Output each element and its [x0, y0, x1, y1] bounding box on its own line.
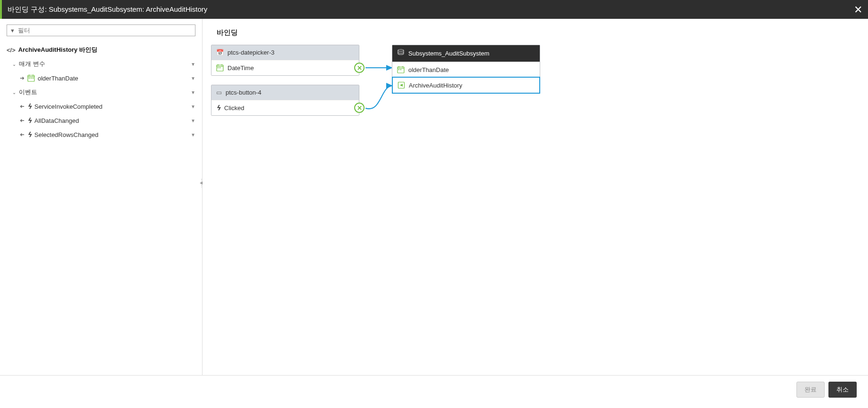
block-row-label: Clicked — [224, 104, 244, 112]
tree-item-label: AllDataChanged — [34, 117, 188, 124]
bolt-icon: ϟ — [27, 103, 32, 110]
tree-section-params[interactable]: ⌄ 매개 변수 ▼ — [3, 57, 199, 71]
arrow-left-icon: ➜ — [20, 103, 24, 110]
caret-down-icon: ▼ — [191, 104, 195, 109]
svg-rect-19 — [400, 69, 401, 70]
caret-down-icon: ▼ — [191, 132, 195, 137]
svg-rect-6 — [32, 78, 33, 79]
block-subsystem[interactable]: Subsystems_AuditSubsystem olderThanDate … — [392, 45, 540, 94]
chevron-down-icon: ⌄ — [12, 90, 16, 95]
filter-icon: ▼ — [10, 28, 15, 33]
tree-root-label: ArchiveAuditHistory 바인딩 — [18, 46, 195, 54]
bolt-icon: ϟ — [27, 117, 32, 124]
bolt-icon: ϟ — [27, 131, 32, 138]
canvas-title: 바인딩 — [217, 28, 854, 37]
widget-icon: 📅 — [216, 49, 224, 56]
canvas: 바인딩 📅 ptcs-datepicker-3 DateTime ✕ — [203, 19, 868, 375]
filter-input[interactable] — [18, 27, 192, 34]
tree-item-alldatachanged[interactable]: ➜ ϟ AllDataChanged ▼ — [3, 113, 199, 128]
cancel-button[interactable]: 취소 — [828, 382, 857, 398]
remove-binding-icon[interactable]: ✕ — [354, 103, 365, 113]
chevron-down-icon: ⌄ — [12, 62, 16, 67]
block-row-archiveaudithistory[interactable]: ArchiveAuditHistory — [392, 77, 540, 94]
tree-item-selectedrowschanged[interactable]: ➜ ϟ SelectedRowsChanged ▼ — [3, 128, 199, 142]
tree-section-events[interactable]: ⌄ 이벤트 ▼ — [3, 85, 199, 99]
service-icon — [397, 81, 405, 89]
dialog-header: 바인딩 구성: Subsystems_AuditSubsystem: Archi… — [0, 0, 868, 19]
block-title: ptcs-button-4 — [226, 89, 261, 96]
svg-rect-11 — [218, 67, 219, 68]
close-icon[interactable]: ✕ — [854, 4, 862, 16]
block-row-clicked[interactable]: ϟ Clicked ✕ — [211, 100, 359, 115]
tree-root-item[interactable]: </> ArchiveAuditHistory 바인딩 — [3, 43, 199, 57]
block-title: Subsystems_AuditSubsystem — [408, 50, 489, 57]
done-button[interactable]: 완료 — [796, 382, 825, 398]
arrow-left-icon: ➜ — [20, 131, 24, 138]
calendar-icon — [27, 74, 35, 82]
tree-section-label: 이벤트 — [19, 88, 188, 96]
tree-item-label: ServiceInvokeCompleted — [34, 103, 188, 110]
tree-item-olderThanDate[interactable]: ➜ olderThanDate ▼ — [3, 71, 199, 85]
caret-down-icon: ▼ — [191, 90, 195, 95]
svg-point-13 — [398, 49, 404, 51]
tree-item-label: olderThanDate — [38, 75, 188, 82]
database-icon — [397, 49, 405, 58]
sidebar: ▼ </> ArchiveAuditHistory 바인딩 ⌄ 매개 변수 ▼ … — [0, 19, 203, 375]
tree-item-label: SelectedRowsChanged — [34, 131, 188, 138]
block-row-label: DateTime — [227, 64, 254, 72]
arrow-left-icon: ➜ — [20, 117, 24, 124]
block-button[interactable]: ▭ ptcs-button-4 ϟ Clicked ✕ — [211, 85, 359, 116]
code-tag-icon: </> — [7, 47, 16, 54]
svg-rect-5 — [31, 78, 32, 79]
svg-rect-18 — [398, 69, 399, 70]
calendar-icon — [397, 66, 405, 73]
block-title: ptcs-datepicker-3 — [227, 49, 275, 56]
caret-down-icon: ▼ — [191, 76, 195, 81]
main-content: ▼ </> ArchiveAuditHistory 바인딩 ⌄ 매개 변수 ▼ … — [0, 19, 868, 375]
block-row-label: olderThanDate — [408, 66, 449, 73]
filter-wrap[interactable]: ▼ — [7, 24, 195, 36]
caret-down-icon: ▼ — [191, 62, 195, 67]
tree-section-label: 매개 변수 — [19, 60, 188, 68]
tree-root: </> ArchiveAuditHistory 바인딩 ⌄ 매개 변수 ▼ ➜ … — [0, 43, 202, 142]
block-row-datetime[interactable]: DateTime ✕ — [211, 60, 359, 75]
svg-rect-12 — [219, 67, 220, 68]
arrow-right-icon: ➜ — [20, 75, 24, 81]
remove-binding-icon[interactable]: ✕ — [354, 63, 365, 73]
bolt-icon: ϟ — [216, 104, 220, 112]
caret-down-icon: ▼ — [191, 118, 195, 123]
tree-item-serviceinvokecompleted[interactable]: ➜ ϟ ServiceInvokeCompleted ▼ — [3, 99, 199, 113]
block-header[interactable]: 📅 ptcs-datepicker-3 — [211, 45, 359, 60]
button-icon: ▭ — [216, 89, 222, 96]
block-row-olderthandate[interactable]: olderThanDate — [392, 62, 540, 77]
dialog-footer: 완료 취소 — [0, 375, 868, 403]
svg-rect-4 — [29, 78, 30, 79]
block-header[interactable]: ▭ ptcs-button-4 — [211, 85, 359, 100]
dialog-title: 바인딩 구성: Subsystems_AuditSubsystem: Archi… — [8, 5, 207, 14]
block-datepicker[interactable]: 📅 ptcs-datepicker-3 DateTime ✕ — [211, 45, 359, 76]
block-header[interactable]: Subsystems_AuditSubsystem — [392, 45, 540, 62]
calendar-icon — [216, 64, 224, 72]
block-row-label: ArchiveAuditHistory — [409, 82, 462, 89]
